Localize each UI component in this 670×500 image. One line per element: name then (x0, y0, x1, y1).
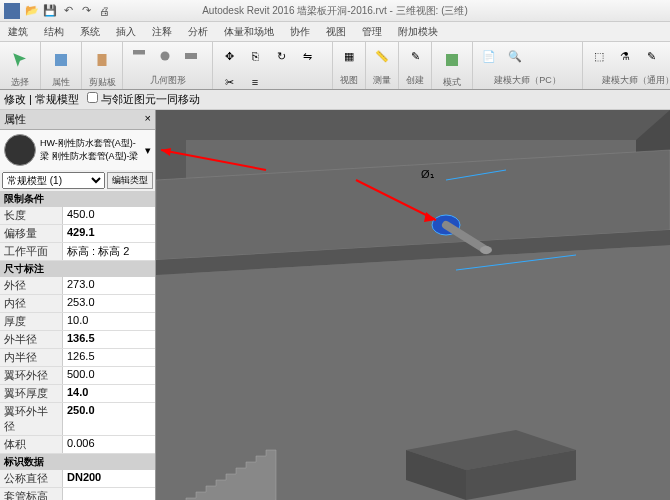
ribbon: 选择 属性 剪贴板 几何图形 ✥ ⎘ ↻ ⇋ ✂ ≡ 修改 ▦ 视图 (0, 42, 670, 90)
group-dims[interactable]: 尺寸标注 (0, 261, 155, 277)
type-selector[interactable]: HW-刚性防水套管(A型)-梁 刚性防水套管(A型)-梁 ▾ (0, 130, 155, 170)
filter-button[interactable]: ⚗ (613, 44, 637, 68)
svg-rect-1 (98, 54, 107, 66)
tab-manage[interactable]: 管理 (354, 22, 390, 41)
tab-addin[interactable]: 附加模块 (390, 22, 446, 41)
edit-type-button[interactable]: 编辑类型 (107, 172, 153, 189)
close-icon[interactable]: × (145, 112, 151, 127)
group-select: 选择 (0, 42, 41, 89)
group-clip: 剪贴板 (82, 42, 123, 89)
trim-button[interactable]: ✂ (217, 70, 241, 90)
group-mode: 模式 (432, 42, 473, 89)
group-create: ✎ 创建 (399, 42, 432, 89)
prop-id: 内径253.0 (0, 295, 155, 313)
main-area: 属性 × HW-刚性防水套管(A型)-梁 刚性防水套管(A型)-梁 ▾ 常规模型… (0, 110, 670, 500)
sel3d-button[interactable]: ⬚ (587, 44, 611, 68)
prop-workplane: 工作平面标高 : 标高 2 (0, 243, 155, 261)
svg-rect-4 (446, 54, 458, 66)
group-geom: 几何图形 (123, 42, 213, 89)
cope-button[interactable] (127, 44, 151, 68)
group-measure: 📏 测量 (366, 42, 399, 89)
group-view: ▦ 视图 (333, 42, 366, 89)
tab-mass[interactable]: 体量和场地 (216, 22, 282, 41)
group-id[interactable]: 标识数据 (0, 454, 155, 470)
3d-scene: Ø₁ (156, 110, 670, 500)
ribbon-tabs: 建筑 结构 系统 插入 注释 分析 体量和场地 协作 视图 管理 附加模块 (0, 22, 670, 42)
group-ty: ⬚ ⚗ ✎ 建模大师（通用） (583, 42, 670, 89)
tab-sys[interactable]: 系统 (72, 22, 108, 41)
viewsheet-button[interactable]: 🔍 (503, 44, 527, 68)
paste-button[interactable] (86, 44, 118, 76)
type-name: HW-刚性防水套管(A型)-梁 刚性防水套管(A型)-梁 (40, 137, 141, 163)
open-icon[interactable]: 📂 (24, 3, 40, 19)
app-icon[interactable] (4, 3, 20, 19)
rotate-button[interactable]: ↻ (269, 44, 293, 68)
move-button[interactable]: ✥ (217, 44, 241, 68)
group-constraints[interactable]: 限制条件 (0, 191, 155, 207)
copy-button[interactable]: ⎘ (243, 44, 267, 68)
properties-header: 属性 × (0, 110, 155, 130)
context-tab-label: 修改 | 常规模型 (4, 92, 79, 107)
options-bar: 修改 | 常规模型 与邻近图元一同移动 (0, 90, 670, 110)
align-button[interactable]: ≡ (243, 70, 267, 90)
undo-icon[interactable]: ↶ (60, 3, 76, 19)
prop-rohr: 翼环外半径250.0 (0, 403, 155, 436)
instance-select[interactable]: 常规模型 (1) (2, 172, 105, 189)
viewbtn[interactable]: ▦ (337, 44, 361, 68)
modify-button[interactable] (4, 44, 36, 76)
group-modify: ✥ ⎘ ↻ ⇋ ✂ ≡ 修改 (213, 42, 333, 89)
prop-thick: 厚度10.0 (0, 313, 155, 331)
tab-view[interactable]: 视图 (318, 22, 354, 41)
measure-button[interactable]: 📏 (370, 44, 394, 68)
print-icon[interactable]: 🖨 (96, 3, 112, 19)
tab-collab[interactable]: 协作 (282, 22, 318, 41)
prop-rthick: 翼环厚度14.0 (0, 385, 155, 403)
prop-length: 长度450.0 (0, 207, 155, 225)
type-thumbnail (4, 134, 36, 166)
properties-table: 限制条件 长度450.0 偏移量429.1 工作平面标高 : 标高 2 尺寸标注… (0, 191, 155, 500)
window-title: Autodesk Revit 2016 墙梁板开洞-2016.rvt - 三维视… (202, 4, 468, 18)
dropdown-icon[interactable]: ▾ (145, 144, 151, 157)
editfam2-button[interactable]: ✎ (639, 44, 663, 68)
redo-icon[interactable]: ↷ (78, 3, 94, 19)
3d-viewport[interactable]: Ø₁ (156, 110, 670, 500)
editfam-button[interactable] (436, 44, 468, 76)
properties-panel: 属性 × HW-刚性防水套管(A型)-梁 刚性防水套管(A型)-梁 ▾ 常规模型… (0, 110, 156, 500)
move-nearby-checkbox[interactable] (87, 92, 98, 103)
prop-ohr: 外半径136.5 (0, 331, 155, 349)
svg-text:Ø₁: Ø₁ (421, 168, 434, 180)
prop-vol: 体积0.006 (0, 436, 155, 454)
prop-offset: 偏移量429.1 (0, 225, 155, 243)
tab-insert[interactable]: 插入 (108, 22, 144, 41)
quick-access-toolbar: 📂 💾 ↶ ↷ 🖨 (24, 3, 112, 19)
svg-rect-3 (185, 53, 197, 59)
gensheet-button[interactable]: 📄 (477, 44, 501, 68)
join-button[interactable] (179, 44, 203, 68)
save-icon[interactable]: 💾 (42, 3, 58, 19)
tab-annot[interactable]: 注释 (144, 22, 180, 41)
svg-point-11 (480, 246, 492, 254)
prop-dn: 公称直径DN200 (0, 470, 155, 488)
svg-point-2 (161, 52, 170, 61)
cut-button[interactable] (153, 44, 177, 68)
svg-rect-0 (55, 54, 67, 66)
tab-analyze[interactable]: 分析 (180, 22, 216, 41)
prop-pipe-elev: 套管标高 (0, 488, 155, 500)
title-bar: 📂 💾 ↶ ↷ 🖨 Autodesk Revit 2016 墙梁板开洞-2016… (0, 0, 670, 22)
move-with-nearby[interactable]: 与邻近图元一同移动 (87, 92, 200, 107)
instance-row: 常规模型 (1) 编辑类型 (0, 170, 155, 191)
props-button[interactable] (45, 44, 77, 76)
group-pc: 📄 🔍 建模大师（PC） (473, 42, 583, 89)
prop-od: 外径273.0 (0, 277, 155, 295)
prop-rod: 翼环外径500.0 (0, 367, 155, 385)
tab-struct[interactable]: 结构 (36, 22, 72, 41)
prop-ihr: 内半径126.5 (0, 349, 155, 367)
tab-arch[interactable]: 建筑 (0, 22, 36, 41)
create-button[interactable]: ✎ (403, 44, 427, 68)
mirror-button[interactable]: ⇋ (295, 44, 319, 68)
group-props: 属性 (41, 42, 82, 89)
